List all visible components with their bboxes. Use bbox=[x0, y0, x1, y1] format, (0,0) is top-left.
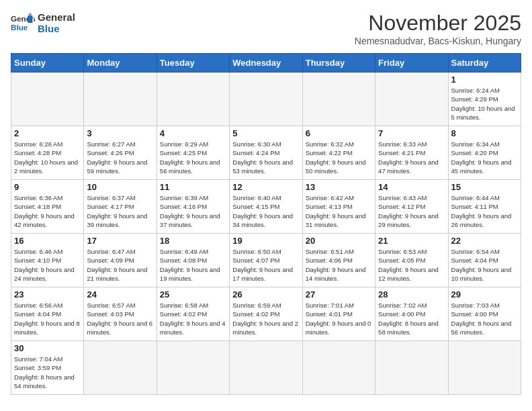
location-subtitle: Nemesnadudvar, Bacs-Kiskun, Hungary bbox=[355, 36, 521, 46]
calendar-cell: 8Sunrise: 6:34 AM Sunset: 4:20 PM Daylig… bbox=[448, 126, 521, 180]
day-info: Sunrise: 6:42 AM Sunset: 4:13 PM Dayligh… bbox=[306, 193, 372, 229]
calendar-cell: 3Sunrise: 6:27 AM Sunset: 4:26 PM Daylig… bbox=[84, 126, 157, 180]
day-number: 20 bbox=[306, 236, 372, 246]
day-number: 13 bbox=[306, 182, 372, 192]
day-info: Sunrise: 6:27 AM Sunset: 4:26 PM Dayligh… bbox=[87, 140, 153, 175]
calendar-cell: 11Sunrise: 6:39 AM Sunset: 4:16 PM Dayli… bbox=[157, 180, 229, 234]
calendar-cell: 29Sunrise: 7:03 AM Sunset: 4:00 PM Dayli… bbox=[448, 287, 521, 341]
calendar-cell bbox=[84, 341, 157, 395]
calendar-cell: 21Sunrise: 6:53 AM Sunset: 4:05 PM Dayli… bbox=[375, 234, 448, 287]
day-number: 7 bbox=[378, 128, 445, 138]
calendar-cell bbox=[230, 73, 302, 126]
calendar-cell bbox=[84, 73, 157, 126]
calendar-cell: 2Sunrise: 6:26 AM Sunset: 4:28 PM Daylig… bbox=[11, 126, 84, 180]
svg-marker-2 bbox=[28, 15, 32, 23]
calendar-cell: 1Sunrise: 6:24 AM Sunset: 4:29 PM Daylig… bbox=[448, 73, 521, 126]
logo-general: General bbox=[38, 11, 75, 23]
calendar-cell bbox=[302, 341, 375, 395]
calendar-cell: 4Sunrise: 6:29 AM Sunset: 4:25 PM Daylig… bbox=[157, 126, 229, 180]
day-info: Sunrise: 6:59 AM Sunset: 4:02 PM Dayligh… bbox=[232, 301, 299, 336]
day-number: 22 bbox=[451, 236, 518, 246]
day-info: Sunrise: 6:34 AM Sunset: 4:20 PM Dayligh… bbox=[451, 140, 518, 175]
calendar-cell: 30Sunrise: 7:04 AM Sunset: 3:59 PM Dayli… bbox=[11, 341, 84, 395]
logo-icon: General Blue bbox=[11, 11, 35, 35]
day-number: 2 bbox=[14, 128, 81, 138]
calendar-cell: 10Sunrise: 6:37 AM Sunset: 4:17 PM Dayli… bbox=[84, 180, 157, 234]
day-number: 11 bbox=[160, 182, 226, 192]
calendar-cell: 12Sunrise: 6:40 AM Sunset: 4:15 PM Dayli… bbox=[230, 180, 302, 234]
calendar-cell: 17Sunrise: 6:47 AM Sunset: 4:09 PM Dayli… bbox=[84, 234, 157, 287]
day-info: Sunrise: 6:46 AM Sunset: 4:10 PM Dayligh… bbox=[14, 247, 81, 283]
calendar-cell bbox=[157, 73, 229, 126]
calendar-row: 16Sunrise: 6:46 AM Sunset: 4:10 PM Dayli… bbox=[11, 234, 521, 287]
calendar-row: 23Sunrise: 6:56 AM Sunset: 4:04 PM Dayli… bbox=[11, 287, 521, 341]
day-info: Sunrise: 6:30 AM Sunset: 4:24 PM Dayligh… bbox=[232, 140, 299, 175]
day-info: Sunrise: 7:02 AM Sunset: 4:00 PM Dayligh… bbox=[378, 301, 445, 336]
day-number: 18 bbox=[160, 236, 226, 246]
day-number: 1 bbox=[451, 75, 518, 85]
day-number: 16 bbox=[14, 236, 81, 246]
day-number: 24 bbox=[87, 289, 153, 300]
day-number: 26 bbox=[232, 289, 299, 300]
day-info: Sunrise: 6:58 AM Sunset: 4:02 PM Dayligh… bbox=[160, 301, 226, 336]
calendar-cell: 15Sunrise: 6:44 AM Sunset: 4:11 PM Dayli… bbox=[448, 180, 521, 234]
day-number: 29 bbox=[451, 289, 518, 300]
calendar-cell bbox=[157, 341, 229, 395]
day-number: 4 bbox=[160, 128, 226, 138]
calendar-cell bbox=[448, 341, 521, 395]
day-info: Sunrise: 6:57 AM Sunset: 4:03 PM Dayligh… bbox=[87, 301, 153, 336]
calendar-cell: 6Sunrise: 6:32 AM Sunset: 4:22 PM Daylig… bbox=[302, 126, 375, 180]
day-number: 10 bbox=[87, 182, 153, 192]
day-info: Sunrise: 6:51 AM Sunset: 4:06 PM Dayligh… bbox=[306, 247, 372, 283]
day-info: Sunrise: 6:36 AM Sunset: 4:18 PM Dayligh… bbox=[14, 193, 81, 229]
header-thursday: Thursday bbox=[302, 54, 375, 73]
calendar-cell: 20Sunrise: 6:51 AM Sunset: 4:06 PM Dayli… bbox=[302, 234, 375, 287]
calendar-cell: 24Sunrise: 6:57 AM Sunset: 4:03 PM Dayli… bbox=[84, 287, 157, 341]
calendar-cell: 23Sunrise: 6:56 AM Sunset: 4:04 PM Dayli… bbox=[11, 287, 84, 341]
day-info: Sunrise: 6:33 AM Sunset: 4:21 PM Dayligh… bbox=[378, 140, 445, 175]
header-wednesday: Wednesday bbox=[230, 54, 302, 73]
calendar-row: 2Sunrise: 6:26 AM Sunset: 4:28 PM Daylig… bbox=[11, 126, 521, 180]
title-block: November 2025 Nemesnadudvar, Bacs-Kiskun… bbox=[355, 11, 521, 46]
header-sunday: Sunday bbox=[11, 54, 84, 73]
day-info: Sunrise: 6:40 AM Sunset: 4:15 PM Dayligh… bbox=[232, 193, 299, 229]
day-info: Sunrise: 6:47 AM Sunset: 4:09 PM Dayligh… bbox=[87, 247, 153, 283]
logo: General Blue General Blue bbox=[11, 11, 75, 35]
day-info: Sunrise: 7:01 AM Sunset: 4:01 PM Dayligh… bbox=[306, 301, 372, 336]
day-info: Sunrise: 6:39 AM Sunset: 4:16 PM Dayligh… bbox=[160, 193, 226, 229]
day-info: Sunrise: 6:54 AM Sunset: 4:04 PM Dayligh… bbox=[451, 247, 518, 283]
calendar-cell bbox=[375, 73, 448, 126]
calendar-cell: 28Sunrise: 7:02 AM Sunset: 4:00 PM Dayli… bbox=[375, 287, 448, 341]
day-info: Sunrise: 6:43 AM Sunset: 4:12 PM Dayligh… bbox=[378, 193, 445, 229]
calendar-cell: 22Sunrise: 6:54 AM Sunset: 4:04 PM Dayli… bbox=[448, 234, 521, 287]
day-info: Sunrise: 6:24 AM Sunset: 4:29 PM Dayligh… bbox=[451, 86, 518, 122]
day-info: Sunrise: 6:53 AM Sunset: 4:05 PM Dayligh… bbox=[378, 247, 445, 283]
header-saturday: Saturday bbox=[448, 54, 521, 73]
day-number: 23 bbox=[14, 289, 81, 300]
day-info: Sunrise: 6:29 AM Sunset: 4:25 PM Dayligh… bbox=[160, 140, 226, 175]
day-info: Sunrise: 6:56 AM Sunset: 4:04 PM Dayligh… bbox=[14, 301, 81, 336]
logo-blue: Blue bbox=[38, 23, 75, 34]
day-number: 30 bbox=[14, 343, 81, 353]
calendar-cell: 5Sunrise: 6:30 AM Sunset: 4:24 PM Daylig… bbox=[230, 126, 302, 180]
day-info: Sunrise: 6:32 AM Sunset: 4:22 PM Dayligh… bbox=[306, 140, 372, 175]
day-number: 27 bbox=[306, 289, 372, 300]
day-info: Sunrise: 6:26 AM Sunset: 4:28 PM Dayligh… bbox=[14, 140, 81, 175]
calendar-cell: 16Sunrise: 6:46 AM Sunset: 4:10 PM Dayli… bbox=[11, 234, 84, 287]
header-monday: Monday bbox=[84, 54, 157, 73]
day-number: 25 bbox=[160, 289, 226, 300]
header-friday: Friday bbox=[375, 54, 448, 73]
calendar-row: 1Sunrise: 6:24 AM Sunset: 4:29 PM Daylig… bbox=[11, 73, 521, 126]
day-info: Sunrise: 7:03 AM Sunset: 4:00 PM Dayligh… bbox=[451, 301, 518, 336]
day-number: 19 bbox=[232, 236, 299, 246]
day-info: Sunrise: 6:44 AM Sunset: 4:11 PM Dayligh… bbox=[451, 193, 518, 229]
svg-text:Blue: Blue bbox=[11, 23, 28, 32]
day-number: 21 bbox=[378, 236, 445, 246]
day-number: 5 bbox=[232, 128, 299, 138]
calendar-cell bbox=[230, 341, 302, 395]
day-info: Sunrise: 6:37 AM Sunset: 4:17 PM Dayligh… bbox=[87, 193, 153, 229]
month-title: November 2025 bbox=[355, 11, 521, 36]
day-number: 14 bbox=[378, 182, 445, 192]
calendar-cell bbox=[302, 73, 375, 126]
weekday-header-row: Sunday Monday Tuesday Wednesday Thursday… bbox=[11, 54, 521, 73]
